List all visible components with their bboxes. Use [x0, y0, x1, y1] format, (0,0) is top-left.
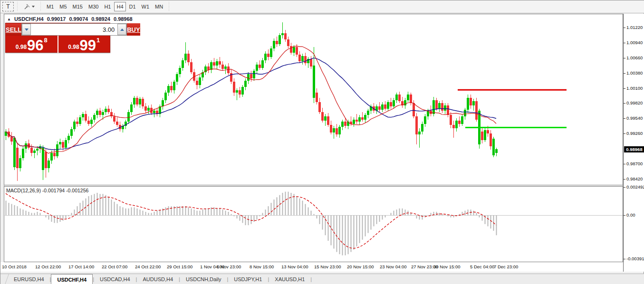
macd-axis-label: 0.002492	[626, 184, 644, 189]
price-axis-tick	[624, 118, 625, 119]
price-axis-label: 0.98700	[626, 161, 643, 166]
price-axis-label: 0.98420	[626, 176, 643, 181]
date-axis-label: 15 Nov 23:00	[314, 264, 341, 269]
chart-symbol-label: USDCHF,H4	[14, 16, 44, 22]
price-axis-tick	[624, 88, 625, 89]
price-axis-label: 1.00940	[626, 40, 643, 45]
volume-increase-button[interactable]	[117, 24, 126, 35]
toolbar-separator	[39, 2, 42, 11]
diagonal-arrows-icon	[24, 3, 30, 10]
chart-tab-usdchf[interactable]: USDCHF,H4	[51, 274, 93, 284]
timeframe-button-d1[interactable]: D1	[127, 2, 138, 11]
price-axis-tick	[624, 28, 625, 28]
price-axis-tick	[624, 164, 625, 164]
date-axis-label: 12 Oct 22:00	[35, 264, 61, 269]
chart-tab-usdcnh[interactable]: USDCNH,Daily	[180, 274, 227, 284]
macd-axis-tick	[624, 215, 625, 216]
drawing-tools-button[interactable]	[21, 2, 37, 11]
triangle-up-icon	[120, 28, 124, 31]
sell-button[interactable]: SELL	[6, 23, 21, 36]
date-axis-label: 7 Dec 23:00	[494, 264, 518, 269]
timeframe-button-m1[interactable]: M1	[44, 2, 56, 11]
date-axis-label: 20 Nov 15:00	[347, 264, 374, 269]
timeframe-button-h1[interactable]: H1	[102, 2, 113, 11]
timeframe-button-h4[interactable]: H4	[114, 2, 125, 11]
toolbar-separator	[168, 2, 170, 11]
buy-price-prefix: 0.98	[68, 44, 79, 50]
buy-quote[interactable]: 0.98 99 1	[58, 36, 110, 53]
price-axis-label: 0.99540	[626, 115, 643, 121]
date-axis-label: 8 Nov 15:00	[250, 264, 274, 269]
timeframe-button-w1[interactable]: W1	[139, 2, 152, 11]
price-axis-tick	[624, 103, 625, 104]
date-axis-label: 23 Nov 04:00	[380, 264, 407, 269]
chart-tab-bar: EURUSD,H4|USDCHF,H4|USDCAD,H4|AUDUSD,H4|…	[0, 274, 644, 284]
trading-terminal-window: T M1M5M15M30H1H4D1W1MN ▲ USDCHF,H4 0.990…	[0, 0, 644, 284]
date-axis-label: 30 Nov 15:00	[433, 264, 461, 269]
chart-tab-usdjpy[interactable]: USDJPY,H1	[228, 274, 268, 284]
chart-tab-eurusd[interactable]: EURUSD,H4	[8, 274, 50, 284]
current-price-tag: 0.98968	[624, 146, 644, 152]
date-axis-label: 24 Oct 22:00	[135, 264, 161, 269]
price-axis-label: 1.00100	[626, 85, 643, 91]
timeframe-button-m15[interactable]: M15	[70, 2, 85, 11]
timeframe-button-mn[interactable]: MN	[153, 2, 165, 11]
text-tool-button[interactable]: T	[2, 2, 14, 11]
one-click-trade-widget: SELL BUY 0.98 96 8 0.98 99	[5, 23, 110, 53]
price-axis-label: 0.99820	[626, 100, 643, 105]
price-axis[interactable]: 0.98968 1.012201.009401.006601.003801.00…	[623, 14, 644, 272]
price-axis-label: 1.01220	[626, 25, 643, 30]
sell-price-main: 96	[27, 38, 43, 52]
chart-tab-usdcad[interactable]: USDCAD,H4	[94, 274, 136, 284]
ohlc-open: 0.99017	[47, 16, 66, 22]
price-axis-label: 0.99260	[626, 131, 643, 136]
ohlc-close: 0.98968	[114, 16, 133, 22]
price-axis-tick	[624, 133, 625, 134]
price-axis-tick	[624, 58, 625, 58]
timeframe-button-m5[interactable]: M5	[57, 2, 69, 11]
triangle-down-icon	[25, 28, 29, 31]
chart-tab-xauusd[interactable]: XAUUSD,H1	[269, 274, 310, 284]
price-axis-tick	[624, 43, 625, 43]
volume-decrease-button[interactable]	[22, 24, 31, 35]
date-axis-label: 17 Oct 14:00	[68, 264, 94, 269]
macd-indicator-label: MACD(12,26,9) -0.001794 -0.001256	[6, 188, 88, 193]
price-axis-tick	[624, 179, 625, 180]
ohlc-high: 0.99074	[69, 16, 88, 22]
ohlc-low: 0.98924	[91, 16, 110, 22]
date-axis-label: 5 Dec 04:00	[470, 264, 494, 269]
chart-tab-audusd[interactable]: AUDUSD,H4	[137, 274, 179, 284]
timeframe-button-m30[interactable]: M30	[86, 2, 101, 11]
sell-price-prefix: 0.98	[16, 44, 27, 50]
macd-axis-label: -0.003913	[626, 256, 644, 261]
buy-price-pip: 1	[96, 37, 100, 44]
macd-axis-tick	[624, 187, 625, 188]
date-axis[interactable]: 10 Oct 201812 Oct 22:0017 Oct 14:0022 Oc…	[0, 262, 623, 272]
date-axis-label: 22 Oct 07:00	[102, 264, 127, 269]
buy-price-main: 99	[80, 38, 96, 52]
toolbar: T M1M5M15M30H1H4D1W1MN	[0, 0, 644, 13]
chart-title: ▲ USDCHF,H4 0.99017 0.99074 0.98924 0.98…	[7, 16, 133, 22]
toolbar-separator	[16, 2, 19, 11]
macd-axis-label: 0.00	[626, 212, 635, 218]
price-axis-tick	[624, 73, 625, 74]
price-axis-label: 1.00380	[626, 70, 643, 76]
collapse-arrow-icon: ▲	[7, 17, 11, 21]
sell-price-pip: 8	[44, 37, 48, 44]
tab-separator: |	[310, 274, 312, 284]
volume-input[interactable]	[31, 24, 117, 35]
date-axis-label: 29 Oct 15:00	[167, 264, 192, 269]
sell-quote[interactable]: 0.98 96 8	[6, 36, 58, 53]
date-axis-label: 10 Oct 2018	[2, 264, 27, 269]
date-axis-label: 13 Nov 04:00	[281, 264, 308, 269]
buy-button[interactable]: BUY	[127, 23, 140, 36]
price-axis-label: 1.00660	[626, 55, 643, 60]
macd-axis-tick	[624, 259, 625, 259]
date-axis-label: 5 Nov 23:00	[217, 264, 241, 269]
timeframe-button-group: M1M5M15M30H1H4D1W1MN	[44, 2, 166, 11]
volume-stepper	[21, 23, 127, 36]
chevron-down-icon	[32, 6, 35, 8]
